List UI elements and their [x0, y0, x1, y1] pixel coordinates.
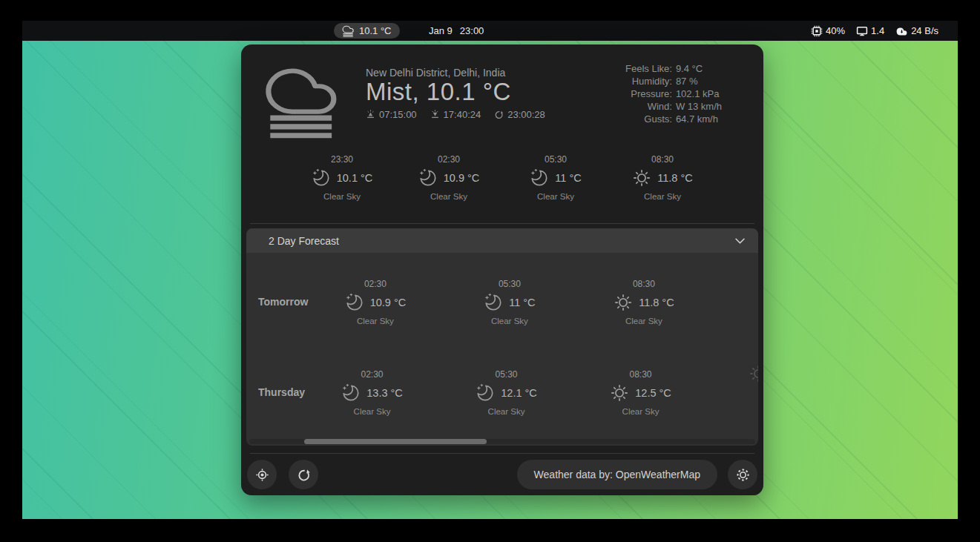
hour-cell: 05:30 11 °C Clear Sky	[511, 154, 600, 205]
sunset-icon	[430, 110, 440, 119]
cloud-download-icon	[895, 26, 908, 37]
moon-icon	[476, 383, 495, 403]
desktop-wallpaper: New Delhi District, Delhi, India Mist, 1…	[22, 41, 958, 519]
horizontal-scrollbar	[249, 439, 755, 444]
weather-popup: New Delhi District, Delhi, India Mist, 1…	[241, 44, 763, 495]
popup-footer: Weather data by: OpenWeatherMap	[241, 460, 763, 489]
panel-time: 23:00	[460, 25, 484, 36]
locate-icon	[256, 469, 269, 481]
forecast-expander[interactable]: 2 Day Forecast	[246, 228, 758, 253]
forecast-day-row: Thursday 02:30 13.3 °C Clear Sky 05:30 1…	[246, 347, 758, 437]
day-label: Thursday	[246, 386, 305, 398]
panel-system-indicators[interactable]: 40% 1.4 24 B/s	[811, 21, 938, 41]
hour-cell: 05:30 11 °C Clear Sky	[442, 279, 576, 325]
weather-details: Feels Like:9.4 °C Humidity:87 % Pressure…	[611, 62, 722, 125]
forecast-title: 2 Day Forecast	[269, 235, 339, 247]
moon-icon	[484, 293, 503, 312]
refresh-icon	[297, 468, 311, 482]
display-icon	[856, 25, 868, 37]
mist-icon	[263, 61, 338, 139]
sunset-time: 17:40:24	[430, 109, 481, 120]
locate-button[interactable]	[247, 460, 277, 489]
cpu-usage: 40%	[826, 25, 845, 36]
last-refresh-time: 23:00:28	[494, 109, 545, 120]
moon-icon	[312, 168, 331, 188]
panel-date: Jan 9	[429, 25, 453, 36]
panel-clock-button[interactable]: Jan 9 23:00	[429, 21, 484, 41]
chevron-down-icon	[735, 238, 745, 244]
forecast-section: 2 Day Forecast Tomorrow 02:30 10.9 °C Cl…	[246, 228, 758, 446]
current-conditions: Mist, 10.1 °C	[366, 79, 545, 106]
network-rate: 24 B/s	[911, 25, 938, 36]
day-label: Tomorrow	[246, 296, 308, 308]
screenshot: 10.1 °C Jan 9 23:00 40% 1.4 24 B/s	[0, 0, 980, 542]
sun-icon	[610, 383, 629, 403]
network-indicator: 24 B/s	[895, 25, 938, 37]
gear-icon	[735, 467, 751, 483]
cpu-indicator: 40%	[811, 25, 845, 37]
settings-button[interactable]	[728, 460, 757, 489]
hour-cell: 02:30 10.9 °C Clear Sky	[308, 279, 442, 325]
sunrise-time: 07:15:00	[366, 109, 417, 120]
sun-icon	[632, 168, 651, 188]
location-label: New Delhi District, Delhi, India	[366, 67, 545, 79]
separator	[250, 223, 754, 224]
load-indicator: 1.4	[856, 25, 884, 37]
forecast-day-row: Tomorrow 02:30 10.9 °C Clear Sky 05:30 1…	[246, 257, 758, 347]
separator	[250, 453, 754, 454]
horizontal-scrollbar-thumb[interactable]	[304, 439, 487, 444]
refresh-icon	[494, 110, 504, 119]
mist-icon	[342, 24, 354, 37]
load-value: 1.4	[871, 25, 884, 36]
hour-cell: 02:30 10.9 °C Clear Sky	[404, 154, 493, 205]
hour-cell: 08:30 11.8 °C Clear Sky	[618, 154, 707, 205]
top-panel: 10.1 °C Jan 9 23:00 40% 1.4 24 B/s	[22, 21, 958, 41]
current-weather-header: New Delhi District, Delhi, India Mist, 1…	[241, 61, 763, 141]
hour-cell: 05:30 12.1 °C Clear Sky	[439, 369, 573, 416]
moon-icon	[530, 168, 549, 188]
moon-icon	[345, 293, 364, 312]
sun-icon	[614, 293, 633, 312]
hour-cell: 08:30 12.5 °C Clear Sky	[573, 369, 708, 416]
sunrise-icon	[366, 110, 375, 119]
panel-weather-temp: 10.1 °C	[359, 25, 392, 36]
hour-cell: 23:30 10.1 °C Clear Sky	[297, 154, 387, 205]
hour-cell: 02:30 13.3 °C Clear Sky	[305, 369, 439, 416]
openweathermap-credit-button[interactable]: Weather data by: OpenWeatherMap	[517, 460, 717, 489]
panel-weather-button[interactable]: 10.1 °C	[334, 23, 400, 39]
sun-icon	[749, 364, 758, 383]
moon-icon	[341, 383, 361, 403]
refresh-button[interactable]	[289, 460, 318, 489]
moon-icon	[418, 168, 438, 188]
forecast-body: Tomorrow 02:30 10.9 °C Clear Sky 05:30 1…	[246, 253, 758, 446]
hourly-forecast-row: 23:30 10.1 °C Clear Sky 02:30 10.9 °C Cl…	[241, 154, 763, 205]
hour-cell: 08:30 11.8 °C Clear Sky	[576, 279, 711, 325]
cpu-icon	[811, 25, 823, 37]
